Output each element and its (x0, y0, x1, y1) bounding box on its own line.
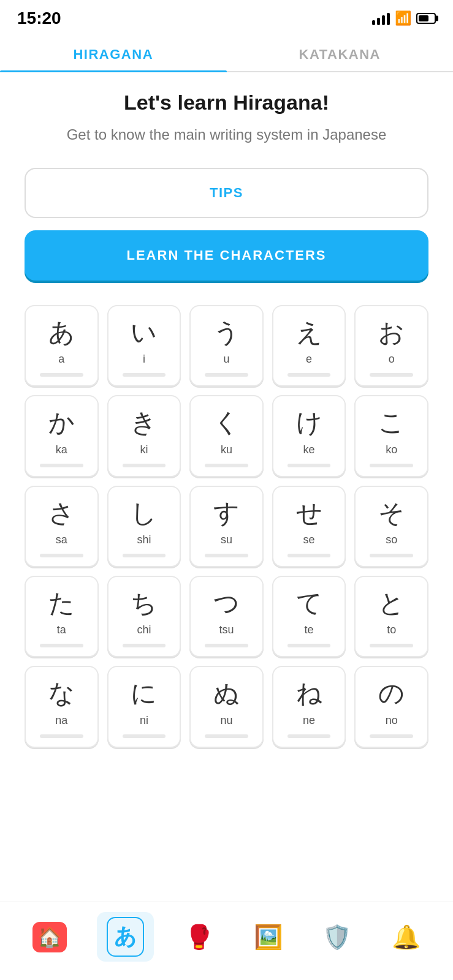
char-romaji: na (55, 714, 67, 727)
char-card-shi[interactable]: し shi (107, 486, 181, 567)
char-progress-bar (205, 554, 248, 557)
char-japanese: せ (296, 498, 322, 529)
char-japanese: う (213, 317, 240, 348)
char-progress-bar (370, 734, 413, 738)
page-subtitle: Get to know the main writing system in J… (25, 124, 428, 146)
char-progress-bar (40, 644, 83, 647)
nav-home[interactable]: 🏠 (23, 917, 77, 957)
nav-notifications[interactable]: 🔔 (382, 919, 430, 956)
char-progress-bar (123, 554, 166, 557)
char-card-ku[interactable]: く ku (189, 395, 264, 477)
nav-stories[interactable]: 🖼️ (244, 919, 292, 956)
char-card-u[interactable]: う u (189, 305, 264, 386)
char-romaji: tsu (219, 624, 234, 636)
char-progress-bar (370, 464, 413, 467)
char-japanese: お (378, 317, 405, 348)
char-romaji: e (306, 353, 312, 366)
char-romaji: ke (303, 443, 315, 456)
char-card-to[interactable]: と to (354, 576, 428, 657)
char-japanese: い (131, 317, 157, 348)
char-japanese: ぬ (213, 678, 240, 709)
char-card-i[interactable]: い i (107, 305, 181, 386)
char-card-e[interactable]: え e (272, 305, 346, 386)
char-japanese: さ (48, 498, 75, 529)
tab-hiragana[interactable]: HIRAGANA (0, 36, 227, 71)
shield-icon: 🛡️ (322, 924, 351, 951)
char-romaji: no (386, 714, 398, 727)
char-card-ne[interactable]: ね ne (272, 666, 346, 747)
char-progress-bar (370, 554, 413, 557)
char-card-ni[interactable]: に ni (107, 666, 181, 747)
char-progress-bar (287, 644, 330, 647)
char-progress-bar (205, 373, 248, 377)
tab-bar: HIRAGANA KATAKANA (0, 36, 453, 72)
char-card-ta[interactable]: た ta (25, 576, 99, 657)
character-grid: あ a い i う u え e お o か ka き ki く ku け ke … (25, 305, 428, 760)
char-progress-bar (205, 644, 248, 647)
status-time: 15:20 (17, 9, 61, 28)
learn-characters-button[interactable]: LEARN THE CHARACTERS (25, 230, 428, 281)
char-card-sa[interactable]: さ sa (25, 486, 99, 567)
char-card-chi[interactable]: ち chi (107, 576, 181, 657)
char-japanese: つ (213, 588, 240, 619)
char-card-ke[interactable]: け ke (272, 395, 346, 477)
char-japanese: く (213, 407, 240, 438)
char-progress-bar (40, 373, 83, 377)
char-card-ko[interactable]: こ ko (354, 395, 428, 477)
char-card-no[interactable]: の no (354, 666, 428, 747)
char-progress-bar (287, 373, 330, 377)
char-japanese: な (48, 678, 75, 709)
char-card-tsu[interactable]: つ tsu (189, 576, 264, 657)
char-romaji: so (386, 533, 397, 546)
char-japanese: か (48, 407, 75, 438)
char-romaji: ta (57, 624, 66, 636)
nav-characters[interactable]: あ (97, 912, 154, 962)
char-japanese: て (296, 588, 322, 619)
char-romaji: o (389, 353, 395, 366)
nav-practice[interactable]: 🥊 (175, 919, 223, 956)
char-romaji: ko (386, 443, 397, 456)
char-romaji: se (303, 533, 315, 546)
characters-icon: あ (107, 917, 144, 957)
char-card-ki[interactable]: き ki (107, 395, 181, 477)
char-japanese: そ (378, 498, 405, 529)
char-card-ka[interactable]: か ka (25, 395, 99, 477)
char-japanese: と (378, 588, 405, 619)
tab-katakana[interactable]: KATAKANA (227, 36, 454, 71)
char-progress-bar (370, 644, 413, 647)
char-japanese: ね (296, 678, 322, 709)
bottom-navigation: 🏠 あ 🥊 🖼️ 🛡️ 🔔 (0, 902, 453, 980)
stories-icon: 🖼️ (254, 924, 283, 951)
main-content: Let's learn Hiragana! Get to know the ma… (0, 72, 453, 760)
char-card-so[interactable]: そ so (354, 486, 428, 567)
char-romaji: te (305, 624, 314, 636)
char-japanese: け (296, 407, 322, 438)
char-japanese: き (131, 407, 157, 438)
char-card-su[interactable]: す su (189, 486, 264, 567)
char-card-nu[interactable]: ぬ nu (189, 666, 264, 747)
char-progress-bar (40, 464, 83, 467)
char-romaji: chi (137, 624, 151, 636)
char-progress-bar (123, 464, 166, 467)
char-japanese: す (213, 498, 240, 529)
char-progress-bar (123, 734, 166, 738)
char-progress-bar (287, 554, 330, 557)
char-card-te[interactable]: て te (272, 576, 346, 657)
char-romaji: to (387, 624, 396, 636)
char-romaji: u (223, 353, 229, 366)
char-card-o[interactable]: お o (354, 305, 428, 386)
char-progress-bar (123, 644, 166, 647)
char-progress-bar (370, 373, 413, 377)
nav-shield[interactable]: 🛡️ (313, 919, 361, 956)
char-japanese: ち (131, 588, 157, 619)
page-title: Let's learn Hiragana! (25, 91, 428, 115)
char-romaji: su (221, 533, 232, 546)
char-card-na[interactable]: な na (25, 666, 99, 747)
char-romaji: ki (140, 443, 148, 456)
char-romaji: shi (137, 533, 151, 546)
char-progress-bar (205, 464, 248, 467)
char-card-se[interactable]: せ se (272, 486, 346, 567)
tips-button[interactable]: TIPS (25, 168, 428, 218)
char-card-a[interactable]: あ a (25, 305, 99, 386)
char-progress-bar (40, 554, 83, 557)
